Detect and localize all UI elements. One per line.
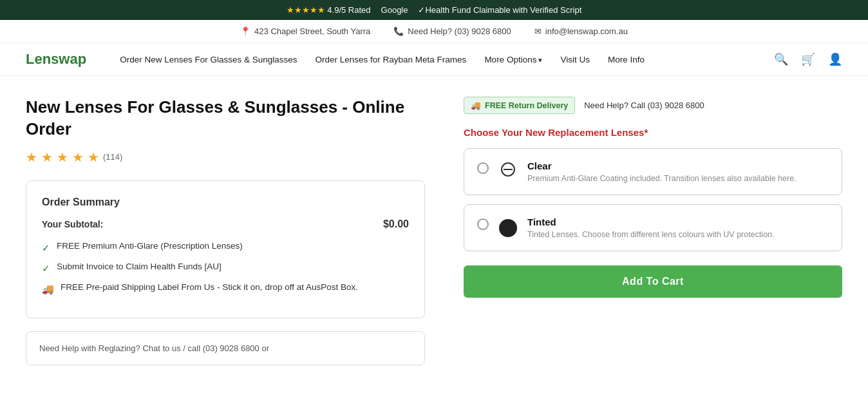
tinted-lens-name: Tinted bbox=[527, 216, 829, 227]
nav-link-rayban[interactable]: Order Lenses for Rayban Meta Frames bbox=[316, 55, 467, 64]
star-3: ★ bbox=[57, 149, 68, 165]
subtotal-row: Your Subtotal: $0.00 bbox=[42, 218, 409, 230]
review-count: (114) bbox=[103, 152, 122, 162]
info-bar: 📍 423 Chapel Street, South Yarra 📞 Need … bbox=[0, 20, 868, 43]
radio-clear[interactable] bbox=[477, 162, 489, 174]
feature-item-1: ✓ FREE Premium Anti-Glare (Prescription … bbox=[42, 240, 409, 255]
feature-text-2: Submit Invoice to Claim Health Funds [AU… bbox=[57, 261, 222, 273]
check-icon-1: ✓ bbox=[42, 241, 50, 255]
search-icon[interactable]: 🔍 bbox=[774, 52, 788, 66]
phone-icon: 📞 bbox=[393, 26, 404, 36]
main-content: New Lenses For Glasses & Sunglasses - On… bbox=[0, 76, 868, 386]
product-title: New Lenses For Glasses & Sunglasses - On… bbox=[26, 97, 425, 140]
feature-item-3: 🚚 FREE Pre-paid Shipping Label From Us -… bbox=[42, 282, 409, 296]
lens-option-tinted[interactable]: Tinted Tinted Lenses. Choose from differ… bbox=[464, 204, 842, 251]
nav-link-more-info[interactable]: More Info bbox=[608, 55, 645, 64]
phone-info: 📞 Need Help? (03) 9028 6800 bbox=[393, 26, 511, 36]
cart-icon[interactable]: 🛒 bbox=[801, 52, 815, 66]
radio-tinted[interactable] bbox=[477, 218, 489, 230]
nav-link-visit-us[interactable]: Visit Us bbox=[560, 55, 590, 64]
nav-link-glasses[interactable]: Order New Lenses For Glasses & Sunglasse… bbox=[120, 55, 297, 64]
site-logo[interactable]: Lenswap bbox=[26, 51, 86, 68]
stars-row: ★ ★ ★ ★ ★ (114) bbox=[26, 149, 425, 165]
order-summary-box: Order Summary Your Subtotal: $0.00 ✓ FRE… bbox=[26, 180, 425, 318]
feature-text-1: FREE Premium Anti-Glare (Prescription Le… bbox=[57, 240, 243, 253]
feature-list: ✓ FREE Premium Anti-Glare (Prescription … bbox=[42, 240, 409, 296]
health-fund-label: ✓Health Fund Claimable with Verified Scr… bbox=[418, 5, 581, 15]
subtotal-label: Your Subtotal: bbox=[42, 219, 103, 229]
required-marker: * bbox=[644, 127, 648, 138]
google-label: Google bbox=[381, 5, 408, 15]
star-half: ★ bbox=[88, 149, 99, 165]
help-text: Need Help with Reglazing? Chat to us / c… bbox=[39, 343, 269, 353]
delivery-truck-icon: 🚚 bbox=[471, 101, 481, 110]
subtotal-value: $0.00 bbox=[383, 218, 409, 230]
help-call-text: Need Help? Call (03) 9028 6800 bbox=[584, 101, 704, 110]
email-icon: ✉ bbox=[534, 26, 542, 36]
star-4: ★ bbox=[72, 149, 84, 165]
star-1: ★ bbox=[26, 149, 37, 165]
tinted-lens-desc: Tinted Lenses. Choose from different len… bbox=[527, 230, 829, 239]
tinted-lens-info: Tinted Tinted Lenses. Choose from differ… bbox=[527, 216, 829, 239]
tinted-lens-icon bbox=[499, 218, 517, 236]
rating-stars: ★★★★★ 4.9/5 Rated bbox=[287, 5, 371, 15]
clear-lens-desc: Premium Anti-Glare Coating included. Tra… bbox=[527, 174, 829, 183]
location-icon: 📍 bbox=[240, 26, 250, 36]
top-bar: ★★★★★ 4.9/5 Rated Google ✓Health Fund Cl… bbox=[0, 0, 868, 20]
nav-icons: 🔍 🛒 👤 bbox=[774, 52, 842, 66]
feature-text-3: FREE Pre-paid Shipping Label From Us - S… bbox=[61, 282, 358, 294]
nav: Lenswap Order New Lenses For Glasses & S… bbox=[0, 43, 868, 76]
left-panel: New Lenses For Glasses & Sunglasses - On… bbox=[26, 97, 425, 365]
nav-links: Order New Lenses For Glasses & Sunglasse… bbox=[120, 55, 753, 64]
right-panel: 🚚 FREE Return Delivery Need Help? Call (… bbox=[464, 97, 842, 365]
lens-option-clear[interactable]: Clear Premium Anti-Glare Coating include… bbox=[464, 148, 842, 195]
clear-lens-info: Clear Premium Anti-Glare Coating include… bbox=[527, 160, 829, 183]
feature-item-2: ✓ Submit Invoice to Claim Health Funds [… bbox=[42, 261, 409, 275]
add-to-cart-button[interactable]: Add To Cart bbox=[464, 265, 842, 298]
help-box: Need Help with Reglazing? Chat to us / c… bbox=[26, 331, 425, 366]
address-info: 📍 423 Chapel Street, South Yarra bbox=[240, 26, 370, 36]
account-icon[interactable]: 👤 bbox=[828, 52, 842, 66]
clear-lens-icon bbox=[499, 160, 517, 178]
check-icon-2: ✓ bbox=[42, 262, 50, 275]
truck-icon: 🚚 bbox=[42, 282, 54, 296]
star-2: ★ bbox=[41, 149, 53, 165]
clear-lens-name: Clear bbox=[527, 160, 829, 171]
email-info: ✉ info@lenswap.com.au bbox=[534, 26, 628, 36]
delivery-badge: 🚚 FREE Return Delivery bbox=[464, 97, 575, 114]
delivery-bar: 🚚 FREE Return Delivery Need Help? Call (… bbox=[464, 97, 842, 114]
order-summary-title: Order Summary bbox=[42, 197, 409, 208]
choose-label: Choose Your New Replacement Lenses* bbox=[464, 127, 842, 138]
nav-link-more-options[interactable]: More Options bbox=[484, 55, 542, 64]
